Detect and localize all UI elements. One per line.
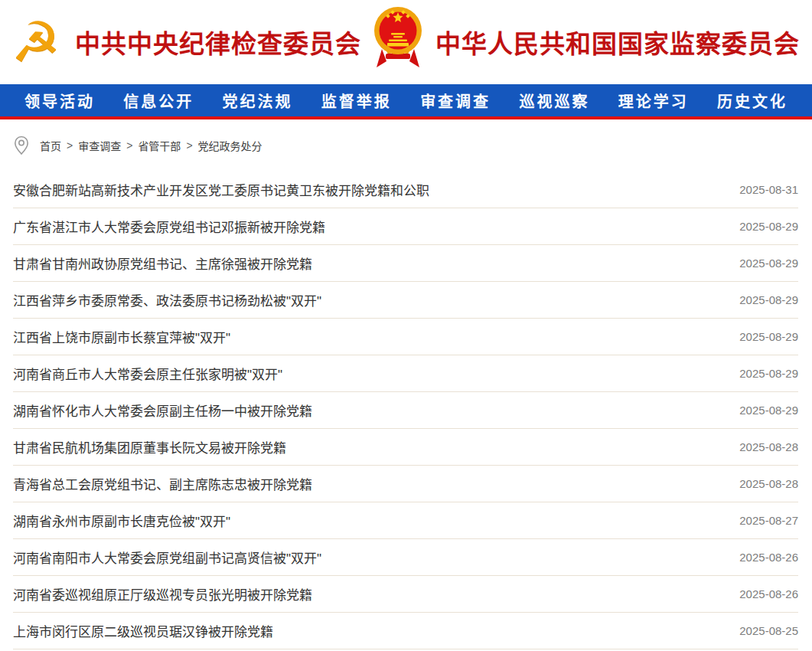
news-row: 安徽合肥新站高新技术产业开发区党工委原书记黄卫东被开除党籍和公职 2025-08…: [13, 172, 798, 208]
nav-item-review-investigation[interactable]: 审查调查: [420, 90, 491, 112]
news-row: 河南省商丘市人大常委会原主任张家明被"双开" 2025-08-29: [13, 355, 798, 392]
nav-item-leader-activity[interactable]: 领导活动: [24, 90, 95, 112]
news-row: 上海市闵行区原二级巡视员琚汉铮被开除党籍 2025-08-25: [13, 613, 798, 649]
news-row: 河南省委巡视组原正厅级巡视专员张光明被开除党籍 2025-08-26: [13, 576, 798, 613]
news-title-link[interactable]: 甘肃省民航机场集团原董事长阮文易被开除党籍: [13, 437, 286, 456]
news-date: 2025-08-28: [739, 440, 798, 453]
breadcrumb: 首页 > 审查调查 > 省管干部 > 党纪政务处分: [0, 119, 812, 172]
news-title-link[interactable]: 江西省上饶市原副市长蔡宜萍被"双开": [13, 327, 230, 346]
news-date: 2025-08-31: [739, 183, 798, 196]
breadcrumb-separator: >: [67, 139, 73, 152]
news-date: 2025-08-29: [739, 330, 798, 343]
news-row: 河南省南阳市人大常委会原党组副书记高贤信被"双开" 2025-08-26: [13, 539, 798, 576]
news-date: 2025-08-26: [739, 587, 798, 600]
breadcrumb-current-page: 党纪政务处分: [198, 138, 263, 153]
news-date: 2025-08-26: [739, 551, 798, 564]
nav-item-info-disclosure[interactable]: 信息公开: [123, 90, 194, 112]
news-row: 江西省上饶市原副市长蔡宜萍被"双开" 2025-08-29: [13, 319, 798, 355]
breadcrumb-review-investigation[interactable]: 审查调查: [78, 138, 121, 153]
nav-item-supervision-report[interactable]: 监督举报: [321, 90, 392, 112]
nav-item-inspection-tour[interactable]: 巡视巡察: [519, 90, 589, 112]
news-title-link[interactable]: 湖南省永州市原副市长唐克俭被"双开": [13, 511, 230, 530]
news-date: 2025-08-27: [739, 514, 798, 527]
news-title-link[interactable]: 甘肃省甘南州政协原党组书记、主席徐强被开除党籍: [13, 254, 312, 273]
nav-item-party-regulations[interactable]: 党纪法规: [223, 90, 293, 112]
news-date: 2025-08-29: [739, 404, 798, 417]
news-date: 2025-08-25: [739, 624, 798, 637]
nav-item-theory-study[interactable]: 理论学习: [618, 90, 689, 112]
org-ccdi-logo[interactable]: ☭ 中共中央纪律检查委员会: [9, 13, 361, 71]
news-date: 2025-08-29: [739, 220, 798, 233]
main-nav: 领导活动 信息公开 党纪法规 监督举报 审查调查 巡视巡察 理论学习 历史文化: [0, 84, 812, 119]
nav-item-history-culture[interactable]: 历史文化: [717, 90, 788, 112]
news-date: 2025-08-29: [739, 257, 798, 270]
breadcrumb-separator: >: [186, 139, 192, 152]
news-row: 甘肃省甘南州政协原党组书记、主席徐强被开除党籍 2025-08-29: [13, 245, 798, 282]
news-date: 2025-08-28: [739, 477, 798, 490]
news-row: 江西省萍乡市委原常委、政法委原书记杨劲松被"双开" 2025-08-29: [13, 282, 798, 319]
breadcrumb-separator: >: [126, 139, 132, 152]
org-ccdi-title: 中共中央纪律检查委员会: [75, 24, 361, 61]
news-date: 2025-08-29: [739, 367, 798, 380]
news-title-link[interactable]: 上海市闵行区原二级巡视员琚汉铮被开除党籍: [13, 621, 273, 640]
news-row: 湖南省怀化市人大常委会原副主任杨一中被开除党籍 2025-08-29: [13, 392, 798, 429]
news-title-link[interactable]: 广东省湛江市人大常委会原党组书记邓振新被开除党籍: [13, 217, 325, 236]
news-row: 青海省总工会原党组书记、副主席陈志忠被开除党籍 2025-08-28: [13, 466, 798, 502]
news-row: 湖南省永州市原副市长唐克俭被"双开" 2025-08-27: [13, 502, 798, 539]
news-title-link[interactable]: 湖南省怀化市人大常委会原副主任杨一中被开除党籍: [13, 401, 312, 420]
news-title-link[interactable]: 青海省总工会原党组书记、副主席陈志忠被开除党籍: [13, 474, 312, 493]
news-title-link[interactable]: 江西省萍乡市委原常委、政法委原书记杨劲松被"双开": [13, 290, 321, 309]
location-pin-icon: [14, 136, 29, 155]
news-title-link[interactable]: 河南省委巡视组原正厅级巡视专员张光明被开除党籍: [13, 584, 312, 604]
org-nsc-logo[interactable]: 中华人民共和国国家监察委员会: [373, 5, 800, 80]
news-row: 甘肃省民航机场集团原董事长阮文易被开除党籍 2025-08-28: [13, 429, 798, 466]
org-nsc-title: 中华人民共和国国家监察委员会: [435, 24, 800, 61]
news-row: 广东省湛江市人大常委会原党组书记邓振新被开除党籍 2025-08-29: [13, 208, 798, 245]
news-date: 2025-08-29: [739, 293, 798, 306]
breadcrumb-home[interactable]: 首页: [40, 138, 61, 153]
news-title-link[interactable]: 河南省南阳市人大常委会原党组副书记高贤信被"双开": [13, 548, 321, 567]
national-emblem-icon: [373, 5, 423, 80]
site-header: ☭ 中共中央纪律检查委员会: [0, 0, 812, 84]
news-list: 安徽合肥新站高新技术产业开发区党工委原书记黄卫东被开除党籍和公职 2025-08…: [0, 172, 812, 649]
news-title-link[interactable]: 安徽合肥新站高新技术产业开发区党工委原书记黄卫东被开除党籍和公职: [13, 180, 429, 199]
news-title-link[interactable]: 河南省商丘市人大常委会原主任张家明被"双开": [13, 364, 282, 383]
breadcrumb-provincial-cadres[interactable]: 省管干部: [138, 138, 181, 153]
party-emblem-icon: ☭: [9, 13, 63, 71]
